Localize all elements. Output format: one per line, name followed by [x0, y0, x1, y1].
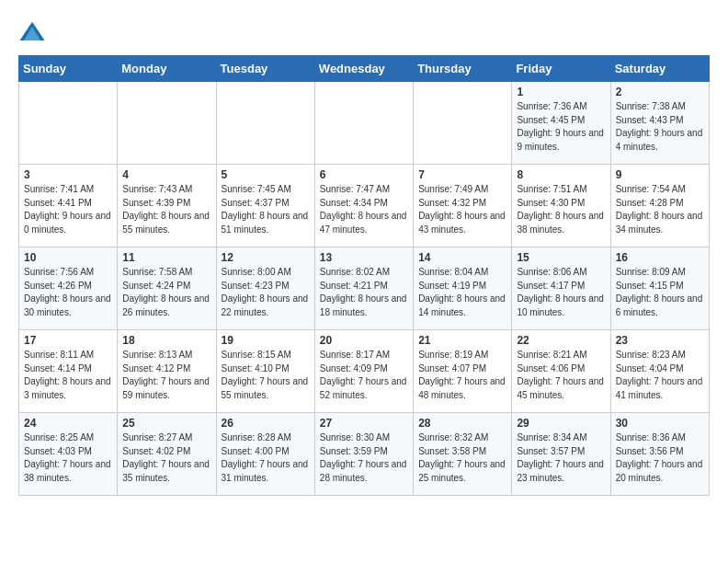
day-info: Sunrise: 8:11 AMSunset: 4:14 PMDaylight:… [24, 349, 112, 402]
day-number: 10 [24, 251, 112, 264]
weekday-header: Wednesday [314, 56, 413, 82]
day-info: Sunrise: 8:06 AMSunset: 4:17 PMDaylight:… [517, 266, 605, 319]
day-number: 4 [122, 168, 210, 181]
calendar-cell: 4Sunrise: 7:43 AMSunset: 4:39 PMDaylight… [118, 165, 216, 247]
day-number: 15 [517, 251, 605, 264]
day-number: 24 [24, 417, 112, 430]
calendar-week-row: 17Sunrise: 8:11 AMSunset: 4:14 PMDayligh… [19, 330, 710, 413]
calendar-cell: 10Sunrise: 7:56 AMSunset: 4:26 PMDayligh… [19, 247, 118, 330]
day-number: 1 [517, 86, 605, 98]
calendar-cell: 7Sunrise: 7:49 AMSunset: 4:32 PMDaylight… [414, 165, 512, 247]
calendar-cell: 11Sunrise: 7:58 AMSunset: 4:24 PMDayligh… [118, 247, 216, 330]
day-number: 29 [517, 417, 605, 430]
calendar-cell: 20Sunrise: 8:17 AMSunset: 4:09 PMDayligh… [314, 330, 413, 413]
day-info: Sunrise: 8:19 AMSunset: 4:07 PMDaylight:… [418, 349, 506, 402]
calendar-cell: 2Sunrise: 7:38 AMSunset: 4:43 PMDaylight… [610, 82, 709, 165]
day-info: Sunrise: 8:28 AMSunset: 4:00 PMDaylight:… [222, 431, 310, 485]
calendar-cell [216, 82, 314, 165]
calendar-cell [314, 82, 413, 165]
day-info: Sunrise: 8:17 AMSunset: 4:09 PMDaylight:… [320, 349, 408, 402]
weekday-header: Tuesday [216, 56, 314, 82]
calendar-cell: 12Sunrise: 8:00 AMSunset: 4:23 PMDayligh… [216, 247, 314, 330]
day-number: 9 [616, 168, 704, 181]
day-number: 14 [418, 251, 506, 264]
day-info: Sunrise: 7:43 AMSunset: 4:39 PMDaylight:… [122, 183, 210, 236]
calendar-cell: 3Sunrise: 7:41 AMSunset: 4:41 PMDaylight… [19, 165, 118, 247]
calendar-cell: 23Sunrise: 8:23 AMSunset: 4:04 PMDayligh… [610, 330, 709, 413]
weekday-header: Saturday [610, 56, 709, 82]
calendar-cell: 29Sunrise: 8:34 AMSunset: 3:57 PMDayligh… [512, 413, 610, 496]
weekday-header: Thursday [414, 56, 512, 82]
page-header [18, 18, 710, 46]
calendar-cell: 18Sunrise: 8:13 AMSunset: 4:12 PMDayligh… [118, 330, 216, 413]
weekday-header: Monday [118, 56, 216, 82]
day-info: Sunrise: 8:23 AMSunset: 4:04 PMDaylight:… [616, 349, 704, 402]
calendar-cell: 8Sunrise: 7:51 AMSunset: 4:30 PMDaylight… [512, 165, 610, 247]
day-number: 23 [616, 334, 704, 347]
day-number: 28 [418, 417, 506, 430]
day-info: Sunrise: 8:32 AMSunset: 3:58 PMDaylight:… [418, 431, 506, 485]
calendar-cell [414, 82, 512, 165]
day-info: Sunrise: 7:49 AMSunset: 4:32 PMDaylight:… [418, 183, 506, 236]
calendar-cell: 22Sunrise: 8:21 AMSunset: 4:06 PMDayligh… [512, 330, 610, 413]
day-info: Sunrise: 8:15 AMSunset: 4:10 PMDaylight:… [222, 349, 310, 402]
calendar-cell: 26Sunrise: 8:28 AMSunset: 4:00 PMDayligh… [216, 413, 314, 496]
day-number: 19 [222, 334, 310, 347]
day-number: 30 [616, 417, 704, 430]
calendar-cell: 15Sunrise: 8:06 AMSunset: 4:17 PMDayligh… [512, 247, 610, 330]
calendar-cell: 24Sunrise: 8:25 AMSunset: 4:03 PMDayligh… [19, 413, 118, 496]
day-number: 2 [616, 86, 704, 98]
calendar-cell: 19Sunrise: 8:15 AMSunset: 4:10 PMDayligh… [216, 330, 314, 413]
day-number: 17 [24, 334, 112, 347]
logo [18, 18, 50, 46]
day-info: Sunrise: 7:47 AMSunset: 4:34 PMDaylight:… [320, 183, 408, 236]
weekday-header: Sunday [19, 56, 118, 82]
calendar-cell: 1Sunrise: 7:36 AMSunset: 4:45 PMDaylight… [512, 82, 610, 165]
calendar-cell: 17Sunrise: 8:11 AMSunset: 4:14 PMDayligh… [19, 330, 118, 413]
day-info: Sunrise: 7:58 AMSunset: 4:24 PMDaylight:… [122, 266, 210, 319]
day-info: Sunrise: 7:54 AMSunset: 4:28 PMDaylight:… [616, 183, 704, 236]
day-info: Sunrise: 8:09 AMSunset: 4:15 PMDaylight:… [616, 266, 704, 319]
calendar-cell: 25Sunrise: 8:27 AMSunset: 4:02 PMDayligh… [118, 413, 216, 496]
day-number: 27 [320, 417, 408, 430]
day-number: 16 [616, 251, 704, 264]
calendar-header-row: SundayMondayTuesdayWednesdayThursdayFrid… [19, 56, 710, 82]
day-info: Sunrise: 8:36 AMSunset: 3:56 PMDaylight:… [616, 431, 704, 485]
calendar-week-row: 1Sunrise: 7:36 AMSunset: 4:45 PMDaylight… [19, 82, 710, 165]
calendar-cell: 21Sunrise: 8:19 AMSunset: 4:07 PMDayligh… [414, 330, 512, 413]
logo-icon [18, 18, 46, 46]
day-info: Sunrise: 8:25 AMSunset: 4:03 PMDaylight:… [24, 431, 112, 485]
calendar-week-row: 3Sunrise: 7:41 AMSunset: 4:41 PMDaylight… [19, 165, 710, 247]
day-number: 7 [418, 168, 506, 181]
day-info: Sunrise: 8:04 AMSunset: 4:19 PMDaylight:… [418, 266, 506, 319]
day-info: Sunrise: 8:34 AMSunset: 3:57 PMDaylight:… [517, 431, 605, 485]
day-number: 6 [320, 168, 408, 181]
day-info: Sunrise: 8:02 AMSunset: 4:21 PMDaylight:… [320, 266, 408, 319]
calendar-table: SundayMondayTuesdayWednesdayThursdayFrid… [18, 55, 710, 496]
day-info: Sunrise: 8:13 AMSunset: 4:12 PMDaylight:… [122, 349, 210, 402]
day-number: 20 [320, 334, 408, 347]
day-number: 18 [122, 334, 210, 347]
calendar-cell: 13Sunrise: 8:02 AMSunset: 4:21 PMDayligh… [314, 247, 413, 330]
calendar-cell: 16Sunrise: 8:09 AMSunset: 4:15 PMDayligh… [610, 247, 709, 330]
day-info: Sunrise: 8:00 AMSunset: 4:23 PMDaylight:… [222, 266, 310, 319]
calendar-cell: 6Sunrise: 7:47 AMSunset: 4:34 PMDaylight… [314, 165, 413, 247]
day-info: Sunrise: 8:30 AMSunset: 3:59 PMDaylight:… [320, 431, 408, 485]
day-info: Sunrise: 8:21 AMSunset: 4:06 PMDaylight:… [517, 349, 605, 402]
day-number: 26 [222, 417, 310, 430]
day-info: Sunrise: 7:41 AMSunset: 4:41 PMDaylight:… [24, 183, 112, 236]
calendar-cell: 30Sunrise: 8:36 AMSunset: 3:56 PMDayligh… [610, 413, 709, 496]
day-info: Sunrise: 8:27 AMSunset: 4:02 PMDaylight:… [122, 431, 210, 485]
day-number: 5 [222, 168, 310, 181]
day-info: Sunrise: 7:38 AMSunset: 4:43 PMDaylight:… [616, 100, 704, 154]
calendar-week-row: 24Sunrise: 8:25 AMSunset: 4:03 PMDayligh… [19, 413, 710, 496]
day-info: Sunrise: 7:36 AMSunset: 4:45 PMDaylight:… [517, 100, 605, 154]
day-number: 11 [122, 251, 210, 264]
calendar-cell: 9Sunrise: 7:54 AMSunset: 4:28 PMDaylight… [610, 165, 709, 247]
calendar-cell [19, 82, 118, 165]
day-info: Sunrise: 7:45 AMSunset: 4:37 PMDaylight:… [222, 183, 310, 236]
calendar-cell: 28Sunrise: 8:32 AMSunset: 3:58 PMDayligh… [414, 413, 512, 496]
day-number: 25 [122, 417, 210, 430]
day-number: 21 [418, 334, 506, 347]
day-number: 12 [222, 251, 310, 264]
